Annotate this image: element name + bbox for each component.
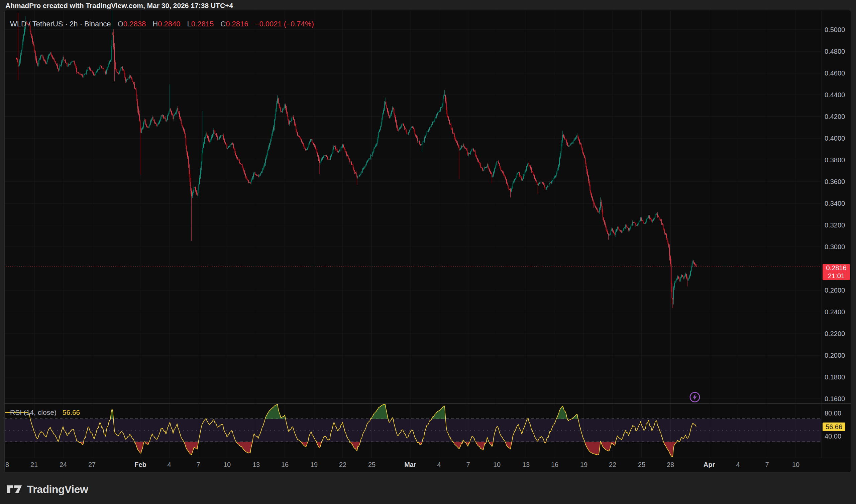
price-tick: 0.2200 (825, 330, 850, 337)
tradingview-logo[interactable]: TradingView (6, 483, 88, 495)
symbol-title[interactable]: WLD / TetherUS · 2h · Binance (10, 20, 111, 28)
down-wicks (16, 13, 696, 308)
price-tick: 0.3600 (825, 178, 850, 185)
rsi-legend[interactable]: RSI (14, close) 56.66 (10, 409, 80, 416)
time-tick: 16 (544, 461, 565, 469)
chart-widget: WLD / TetherUS · 2h · Binance O0.2838 H0… (4, 10, 851, 473)
price-tick: 0.3000 (825, 243, 850, 251)
up-wicks (19, 10, 693, 304)
time-tick: 4 (428, 461, 450, 469)
time-tick: 22 (602, 461, 623, 469)
rsi-pane[interactable] (5, 404, 821, 456)
down-bodies (16, 21, 697, 299)
rsi-overbought-fill (110, 404, 578, 419)
time-tick-month: Mar (399, 461, 421, 469)
lightning-icon (689, 392, 701, 403)
rsi-label: RSI (14, close) (10, 409, 56, 416)
price-tick: 0.1800 (825, 373, 850, 381)
price-tick: 0.2400 (825, 308, 850, 316)
time-tick: 7 (756, 461, 778, 469)
low-label: L (187, 20, 191, 28)
time-tick: 22 (332, 461, 354, 469)
time-tick: 13 (515, 461, 537, 469)
price-tick: 0.4800 (825, 48, 850, 55)
tradingview-mark-icon (6, 484, 23, 494)
price-tick: 0.3200 (825, 221, 850, 229)
time-tick: 24 (52, 461, 74, 469)
time-tick: 19 (303, 461, 325, 469)
price-tick: 0.2600 (825, 287, 850, 294)
time-tick: 10 (216, 461, 238, 469)
time-tick: 28 (660, 461, 681, 469)
time-tick: 18 (4, 461, 16, 469)
time-tick: 13 (245, 461, 267, 469)
current-price-badge: 0.2816 21:01 (823, 264, 850, 280)
rsi-oversold-fill (79, 442, 677, 456)
low-value: 0.2815 (191, 20, 214, 28)
open-value: 0.2838 (123, 20, 146, 28)
bar-countdown: 21:01 (823, 272, 850, 280)
close-label: C (220, 20, 226, 28)
price-tick: 0.3400 (825, 200, 850, 207)
change-value: −0.0021 (−0.74%) (255, 20, 314, 28)
time-tick-month: Feb (130, 461, 151, 469)
price-tick: 0.4600 (825, 70, 850, 77)
price-tick: 0.4200 (825, 113, 850, 120)
gridlines (5, 10, 821, 458)
price-tick: 0.4000 (825, 134, 850, 142)
time-tick-month: Apr (699, 461, 720, 469)
price-pane[interactable] (5, 10, 821, 308)
high-value: 0.2840 (158, 20, 180, 28)
tradingview-logo-text: TradingView (27, 483, 88, 496)
time-tick: 10 (785, 461, 806, 469)
price-tick: 0.2000 (825, 352, 850, 359)
time-tick: 16 (274, 461, 295, 469)
time-tick: 21 (23, 461, 45, 469)
rsi-tick: 40.00 (825, 433, 850, 440)
time-tick: 7 (458, 461, 479, 469)
time-tick: 4 (158, 461, 180, 469)
symbol-legend: WLD / TetherUS · 2h · Binance O0.2838 H0… (10, 20, 314, 29)
time-tick: 19 (573, 461, 595, 469)
time-tick: 27 (81, 461, 103, 469)
price-tick: 0.4400 (825, 91, 850, 98)
rsi-value: 56.66 (63, 409, 80, 416)
time-tick: 25 (631, 461, 652, 469)
page-title: AhmadPro created with TradingView.com, M… (5, 2, 233, 10)
time-tick: 25 (361, 461, 382, 469)
chart-canvas[interactable] (5, 10, 851, 472)
rsi-value-badge: 56.66 (823, 422, 845, 431)
high-label: H (153, 20, 158, 28)
flash-button[interactable] (689, 392, 701, 403)
time-tick: 4 (727, 461, 749, 469)
price-tick: 0.1600 (825, 395, 850, 402)
price-tick: 0.3800 (825, 156, 850, 164)
time-tick: 10 (486, 461, 508, 469)
close-value: 0.2816 (226, 20, 248, 28)
price-tick: 0.5000 (825, 26, 850, 33)
rsi-tick: 80.00 (825, 410, 850, 417)
bottom-bar: TradingView (0, 472, 856, 504)
time-tick: 7 (188, 461, 209, 469)
current-price-value: 0.2816 (823, 264, 850, 272)
open-label: O (118, 20, 123, 28)
up-bodies (18, 21, 693, 299)
